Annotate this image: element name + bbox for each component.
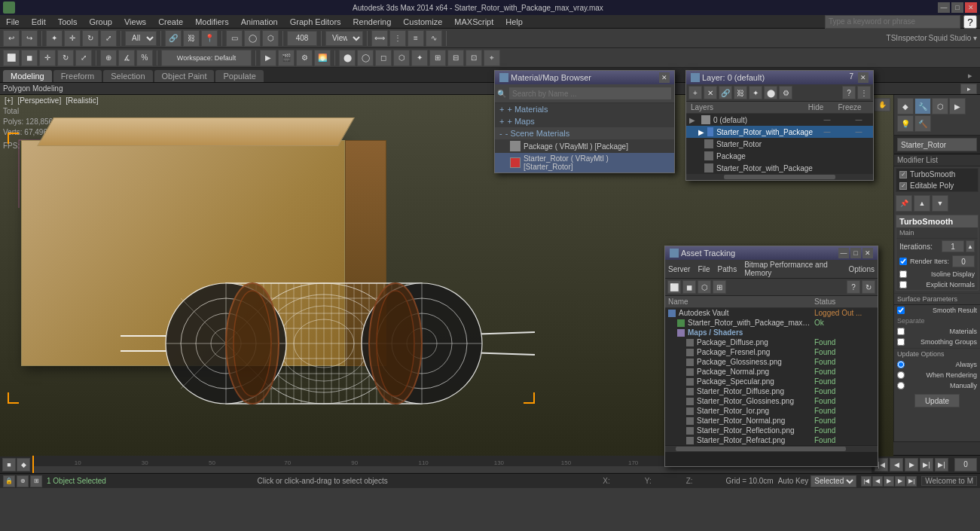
ts-checkbox[interactable]: ✓: [899, 171, 907, 179]
menu-views[interactable]: Views: [121, 17, 149, 26]
tb2-select-region[interactable]: ◼: [21, 50, 38, 66]
tb2-play[interactable]: ▶: [260, 50, 276, 66]
status-play-btn5[interactable]: ▶|: [906, 476, 917, 487]
tb2-extra2[interactable]: ◯: [357, 50, 374, 66]
asset-file-SR_Diffuse[interactable]: Starter_Rotor_Diffuse.png Found: [683, 386, 878, 396]
modifier-editablepoly-item[interactable]: ✓ Editable Poly: [896, 180, 978, 191]
autokey-dropdown[interactable]: Selected: [811, 475, 856, 487]
layer-extra-btn[interactable]: ⋮: [857, 86, 871, 99]
maximize-button[interactable]: □: [951, 2, 963, 13]
tb2-named-selection[interactable]: Workspace: Default: [161, 50, 252, 66]
asset-h-scrollbar[interactable]: [665, 445, 878, 451]
menu-animation[interactable]: Animation: [238, 17, 281, 26]
go-end-btn[interactable]: ▶|: [935, 458, 948, 471]
manually-radio[interactable]: [897, 382, 905, 389]
menu-graph-editors[interactable]: Graph Editors: [287, 17, 344, 26]
asset-maximize-btn[interactable]: □: [850, 248, 861, 258]
asset-minimize-btn[interactable]: —: [838, 248, 849, 258]
view-dropdown[interactable]: View: [325, 31, 363, 46]
asset-close-btn[interactable]: ✕: [862, 248, 873, 258]
play-btn[interactable]: ▶: [905, 458, 918, 471]
layer-link-btn[interactable]: 🔗: [719, 86, 732, 99]
tb2-scale2[interactable]: ⤢: [75, 50, 92, 66]
layer-delete-btn[interactable]: ✕: [704, 86, 717, 99]
timeline-key-mode-btn[interactable]: ■: [2, 458, 16, 471]
viewport-plus[interactable]: [+]: [5, 96, 13, 105]
asset-menu-bitmap[interactable]: Bitmap Performance and Memory: [744, 261, 841, 277]
minimize-button[interactable]: —: [938, 2, 950, 13]
mod-down-btn[interactable]: ▼: [932, 195, 948, 212]
ts-isoline-checkbox[interactable]: [899, 270, 907, 278]
asset-file-SR_Reflection[interactable]: Starter_Rotor_Reflection.png Found: [683, 426, 878, 435]
statusbar-coord-icon[interactable]: ⊕: [17, 475, 29, 487]
tb2-extra5[interactable]: ✦: [411, 50, 428, 66]
tab-selection[interactable]: Selection: [103, 70, 152, 82]
tab-populate[interactable]: Populate: [215, 70, 263, 82]
asset-row-maps[interactable]: Maps / Shaders: [674, 328, 878, 337]
tb2-extra9[interactable]: ⌖: [484, 50, 500, 66]
mat-maps-row[interactable]: + + Maps: [495, 115, 674, 127]
asset-menu-options[interactable]: Options: [849, 265, 875, 273]
smooth-result-checkbox[interactable]: [897, 307, 905, 314]
tb-align[interactable]: ⋮: [389, 30, 406, 47]
tb2-extra4[interactable]: ⬡: [393, 50, 410, 66]
asset-file-SR_Glossines[interactable]: Starter_Rotor_Glossines.png Found: [683, 396, 878, 406]
tab-freeform[interactable]: Freeform: [53, 70, 102, 82]
tb-select[interactable]: ✦: [46, 30, 63, 47]
status-play-btn3[interactable]: ▶: [884, 476, 894, 487]
tb2-extra7[interactable]: ⊟: [447, 50, 464, 66]
asset-tb-4[interactable]: ⊞: [713, 280, 726, 294]
mode-extra-btn[interactable]: ▸: [960, 84, 977, 94]
menu-maxscript[interactable]: MAXScript: [451, 17, 496, 26]
viewport-mode[interactable]: [Realistic]: [66, 96, 98, 105]
rpanel-display[interactable]: 💡: [897, 115, 914, 132]
asset-file-Package_Diffuse[interactable]: Package_Diffuse.png Found: [683, 337, 878, 347]
tb-link[interactable]: 🔗: [165, 30, 182, 47]
asset-file-Package_Normal[interactable]: Package_Normal.png Found: [683, 367, 878, 377]
asset-h-scroll-thumb[interactable]: [676, 447, 846, 451]
layer-row-srwp[interactable]: ▶ Starter_Rotor_with_Package — —: [686, 126, 873, 138]
tb2-render[interactable]: 🎬: [278, 50, 295, 66]
layer-row-pkg[interactable]: Package: [686, 150, 873, 162]
search-input[interactable]: [825, 15, 960, 29]
menu-help[interactable]: Help: [502, 17, 526, 26]
mat-item-package[interactable]: Package ( VRayMtl ) [Package]: [495, 139, 674, 153]
layer-scroll-thumb[interactable]: [724, 175, 836, 179]
status-play-btn4[interactable]: ▶: [895, 476, 905, 487]
layer-row-default[interactable]: ▶ 0 (default) — —: [686, 114, 873, 126]
mat-search-input[interactable]: [508, 87, 672, 100]
tab-object-paint[interactable]: Object Paint: [154, 70, 215, 82]
menu-rendering[interactable]: Rendering: [350, 17, 395, 26]
layer-link2-btn[interactable]: ⛓: [734, 86, 747, 99]
status-play-btn2[interactable]: ◀: [872, 476, 883, 487]
asset-file-SR_Normal[interactable]: Starter_Rotor_Normal.png Found: [683, 416, 878, 426]
asset-menu-paths[interactable]: Paths: [718, 265, 737, 273]
tb2-environment[interactable]: 🌅: [314, 50, 331, 66]
ts-render-input[interactable]: [952, 255, 975, 267]
asset-file-Package_Glossiness[interactable]: Package_Glossiness.png Found: [683, 357, 878, 367]
when-rendering-radio[interactable]: [897, 371, 905, 379]
tb-bind-sp[interactable]: 📍: [201, 30, 218, 47]
pan-btn[interactable]: ✋: [874, 98, 890, 111]
tb-redo[interactable]: ↪: [21, 30, 38, 47]
menu-customize[interactable]: Customize: [400, 17, 445, 26]
status-play-btn1[interactable]: |◀: [861, 476, 872, 487]
asset-file-Package_Fresnel[interactable]: Package_Fresnel.png Found: [683, 347, 878, 357]
ts-iter-up[interactable]: ▲: [966, 240, 975, 252]
menu-edit[interactable]: Edit: [29, 17, 49, 26]
mat-materials-row[interactable]: + + Materials: [495, 103, 674, 115]
layer-close-btn[interactable]: ✕: [858, 72, 869, 83]
asset-file-Package_Specular[interactable]: Package_Specular.png Found: [683, 377, 878, 386]
layer-row-sr[interactable]: Starter_Rotor: [686, 138, 873, 150]
menu-group[interactable]: Group: [86, 17, 115, 26]
asset-row-mainfile[interactable]: Starter_Rotor_with_Package_max_vray.max …: [665, 318, 878, 328]
always-radio[interactable]: [897, 361, 905, 368]
rpanel-create[interactable]: ◆: [897, 98, 914, 114]
next-frame-btn[interactable]: ▶|: [920, 458, 933, 471]
tb-curve-editor[interactable]: ∿: [426, 30, 442, 47]
ep-checkbox[interactable]: ✓: [899, 182, 907, 190]
materials-checkbox[interactable]: [897, 328, 905, 335]
menu-create[interactable]: Create: [155, 17, 186, 26]
close-button[interactable]: ✕: [965, 2, 977, 13]
mat-scene-materials-row[interactable]: - - Scene Materials: [495, 127, 674, 139]
